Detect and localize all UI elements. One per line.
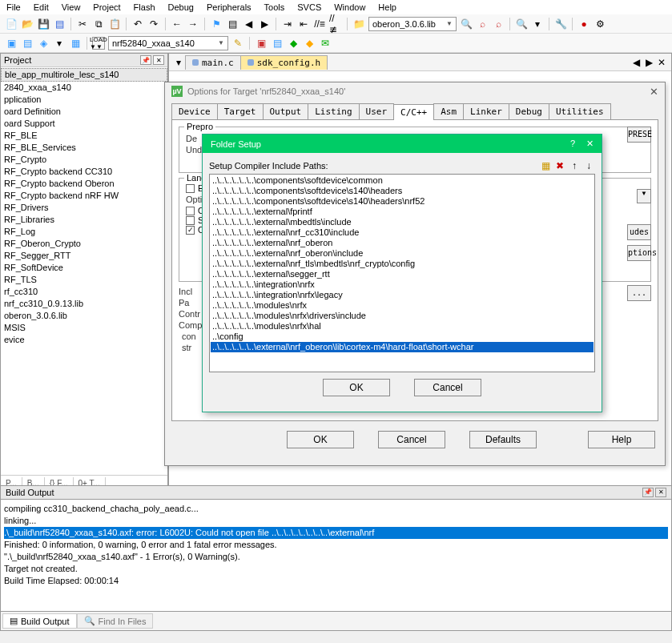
- options-close-icon[interactable]: ✕: [650, 86, 658, 98]
- tree-item[interactable]: RF_Crypto: [1, 154, 167, 166]
- build-pin-icon[interactable]: 📌: [642, 488, 654, 497]
- include-path-item[interactable]: ..\..\..\..\..\..\integration\nrfx\legac…: [211, 290, 594, 300]
- tree-item[interactable]: oberon_3.0.6.lib: [1, 310, 167, 322]
- find-icon[interactable]: 🔍: [460, 18, 473, 30]
- options-help-button[interactable]: Help: [588, 431, 655, 448]
- include-path-item[interactable]: ..\..\..\..\..\..\external\nrf_oberon: [211, 238, 594, 248]
- options-tab-listing[interactable]: Listing: [308, 103, 359, 119]
- tree-item[interactable]: RF_Drivers: [1, 202, 167, 214]
- build3-icon[interactable]: ◈: [37, 37, 50, 50]
- paste-icon[interactable]: 📋: [108, 18, 121, 30]
- target-lib-combo[interactable]: oberon_3.0.6.lib▼: [368, 17, 457, 31]
- flag-icon[interactable]: ⚑: [210, 18, 223, 30]
- tree-item[interactable]: RF_Crypto backend Oberon: [1, 178, 167, 190]
- save-icon[interactable]: 💾: [37, 18, 50, 30]
- options-tab-asm[interactable]: Asm: [433, 103, 464, 119]
- menu-window[interactable]: Window: [334, 2, 365, 12]
- tree-item[interactable]: RF_Crypto backend nRF HW: [1, 190, 167, 202]
- tree-item[interactable]: oard Support: [1, 118, 167, 130]
- tree-item[interactable]: pplication: [1, 94, 167, 106]
- copy-icon[interactable]: ⧉: [92, 18, 105, 30]
- build-output-text[interactable]: compiling cc310_backend_chacha_poly_aead…: [0, 500, 672, 612]
- include-path-item[interactable]: ..\..\..\..\..\..\external\nrf_oberon\in…: [211, 248, 594, 259]
- include-path-item[interactable]: ..\..\..\..\..\..\external\segger_rtt: [211, 269, 594, 279]
- path-up-icon[interactable]: ↑: [568, 159, 581, 172]
- menu-view[interactable]: View: [62, 2, 81, 12]
- bm-prev-icon[interactable]: ◀: [242, 18, 255, 30]
- menu-peripherals[interactable]: Peripherals: [207, 2, 251, 12]
- cut-icon[interactable]: ✂: [76, 18, 89, 30]
- options-tab-user[interactable]: User: [359, 103, 395, 119]
- tool4-icon[interactable]: ◆: [303, 37, 316, 50]
- menu-debug[interactable]: Debug: [168, 2, 194, 12]
- preset-button[interactable]: PRESE: [627, 127, 651, 143]
- udes-button[interactable]: udes: [627, 224, 651, 240]
- options-tab-device[interactable]: Device: [171, 103, 218, 119]
- bookmark-icon[interactable]: ▤: [226, 18, 239, 30]
- include-path-item[interactable]: ..\..\..\..\..\..\external\fprintf: [211, 207, 594, 217]
- options-defaults-button[interactable]: Defaults: [469, 431, 537, 448]
- path-down-icon[interactable]: ↓: [582, 159, 595, 172]
- folder-close-icon[interactable]: ✕: [586, 139, 594, 149]
- cfg-icon[interactable]: ▾: [531, 18, 544, 30]
- menu-flash[interactable]: Flash: [134, 2, 155, 12]
- include-path-item[interactable]: ..\..\..\..\..\..\external\nrf_tls\mbedt…: [211, 259, 594, 269]
- project-tree[interactable]: ble_app_multirole_lesc_s1402840_xxaa_s14…: [1, 67, 167, 475]
- tree-item[interactable]: RF_BLE: [1, 130, 167, 142]
- options-tab-utilities[interactable]: Utilities: [549, 103, 611, 119]
- include-path-item[interactable]: ..\config: [211, 332, 594, 342]
- options-tab-linker[interactable]: Linker: [463, 103, 509, 119]
- tree-item[interactable]: RF_TLS: [1, 274, 167, 286]
- menu-edit[interactable]: Edit: [34, 2, 49, 12]
- menu-file[interactable]: File: [6, 2, 21, 12]
- options-tabstrip[interactable]: DeviceTargetOutputListingUserC/C++AsmLin…: [171, 103, 658, 120]
- options-tab-output[interactable]: Output: [263, 103, 309, 119]
- load-icon[interactable]: LOAD▼▼: [92, 37, 105, 50]
- tree-item[interactable]: RF_Log: [1, 226, 167, 238]
- tree-item[interactable]: nrf_cc310_0.9.13.lib: [1, 298, 167, 310]
- tree-item[interactable]: RF_Segger_RTT: [1, 250, 167, 262]
- tree-item[interactable]: RF_BLE_Services: [1, 142, 167, 154]
- tree-item[interactable]: MSIS: [1, 322, 167, 334]
- include-paths-list[interactable]: ..\..\..\..\..\..\components\softdevice\…: [209, 174, 595, 372]
- tree-item[interactable]: RF_Crypto backend CC310: [1, 166, 167, 178]
- rec-icon[interactable]: ●: [577, 18, 590, 30]
- indent-icon[interactable]: ⇥: [281, 18, 294, 30]
- tool1-icon[interactable]: ▣: [255, 37, 268, 50]
- uncomment-icon[interactable]: //≢: [329, 18, 342, 30]
- debug-icon[interactable]: 🔍: [515, 18, 528, 30]
- include-path-item[interactable]: ..\..\..\..\..\..\integration\nrfx: [211, 279, 594, 290]
- binoc-icon[interactable]: ⌕: [476, 18, 489, 30]
- tab-next-icon[interactable]: ▶: [642, 56, 655, 69]
- menu-svcs[interactable]: SVCS: [297, 2, 321, 12]
- help-arrow-icon[interactable]: ▼: [637, 189, 651, 203]
- editor-tabs[interactable]: ▾ main.csdk_config.h ◀ ▶ ✕: [169, 54, 671, 71]
- tool2-icon[interactable]: ▤: [271, 37, 284, 50]
- folder-cancel-button[interactable]: Cancel: [414, 379, 481, 396]
- panel-pin-icon[interactable]: 📌: [140, 55, 151, 65]
- tool5-icon[interactable]: ✉: [319, 37, 332, 50]
- opt-icon[interactable]: ✎: [231, 37, 244, 50]
- nav-back-icon[interactable]: ←: [171, 18, 183, 30]
- path-delete-icon[interactable]: ✖: [553, 159, 566, 172]
- wrench-icon[interactable]: 🔧: [554, 18, 567, 30]
- tree-item[interactable]: RF_Oberon_Crypto: [1, 238, 167, 250]
- binoc2-icon[interactable]: ⌕: [492, 18, 505, 30]
- tab-close-icon[interactable]: ✕: [655, 56, 668, 69]
- folder-icon[interactable]: 📁: [352, 18, 365, 30]
- build-output-tabs[interactable]: ▤Build Output🔍Find In Files: [0, 612, 672, 631]
- tree-item[interactable]: rf_cc310: [1, 286, 167, 298]
- tree-item[interactable]: evice: [1, 334, 167, 346]
- editor-tab[interactable]: sdk_config.h: [240, 55, 328, 70]
- include-path-item[interactable]: ..\..\..\..\..\..\modules\nrfx\drivers\i…: [211, 311, 594, 321]
- options-tab-target[interactable]: Target: [217, 103, 264, 119]
- new-icon[interactable]: 📄: [5, 18, 18, 30]
- saveall-icon[interactable]: ▤: [53, 18, 66, 30]
- tree-item[interactable]: 2840_xxaa_s140: [1, 82, 167, 94]
- comment-icon[interactable]: //≡: [313, 18, 326, 30]
- options-ok-button[interactable]: OK: [287, 431, 354, 448]
- include-path-item[interactable]: ..\..\..\..\..\..\components\softdevice\…: [211, 186, 594, 196]
- include-path-item[interactable]: ..\..\..\..\..\..\modules\nrfx: [211, 300, 594, 311]
- redo-icon[interactable]: ↷: [147, 18, 160, 30]
- nav-fwd-icon[interactable]: →: [187, 18, 199, 30]
